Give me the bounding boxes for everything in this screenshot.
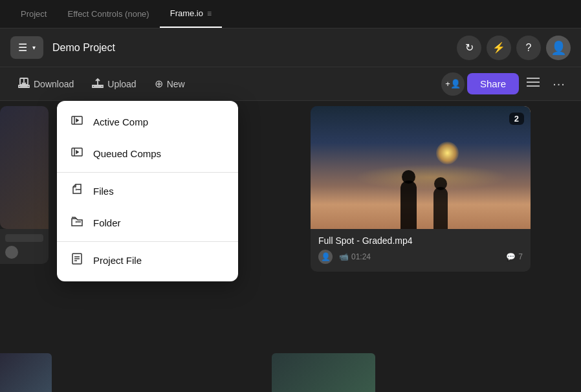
download-button[interactable]: Download	[10, 73, 82, 95]
partial-card-left	[0, 106, 49, 264]
lightning-icon: ⚡	[492, 41, 505, 54]
tab-bar: Project Effect Controls (none) Frame.io …	[0, 0, 581, 28]
new-icon: ⊕	[155, 78, 163, 90]
card-duration: 📹 01:24	[339, 252, 371, 261]
download-icon	[18, 77, 30, 91]
active-comp-label: Active Comp	[93, 116, 148, 127]
header-actions: ↻ ⚡ ? 👤	[457, 36, 571, 60]
download-label: Download	[34, 79, 74, 89]
add-person-button[interactable]: +👤	[441, 72, 465, 96]
help-icon: ?	[526, 42, 532, 54]
new-dropdown-menu: Active Comp Queued Comps	[57, 101, 238, 281]
avatar-button[interactable]: 👤	[546, 36, 571, 60]
queued-comps-label: Queued Comps	[93, 148, 161, 159]
card-badge: 2	[509, 113, 524, 125]
dropdown-divider-2	[57, 241, 238, 242]
comment-icon: 💬	[506, 252, 516, 261]
refresh-icon: ↻	[465, 41, 474, 54]
dropdown-divider-1	[57, 172, 238, 173]
tab-effect-controls[interactable]: Effect Controls (none)	[57, 0, 159, 28]
chevron-down-icon: ▾	[32, 44, 36, 51]
new-button[interactable]: ⊕ New	[147, 74, 193, 94]
header: ☰ ▾ Demo Project ↻ ⚡ ? 👤	[0, 28, 581, 67]
dropdown-item-folder[interactable]: Folder	[57, 207, 238, 239]
active-comp-icon	[70, 114, 84, 130]
card-comments: 💬 7	[506, 252, 523, 261]
tab-frameio[interactable]: Frame.io ≡	[160, 0, 222, 28]
upload-icon	[92, 77, 104, 91]
project-stack-icon: ☰	[18, 41, 27, 54]
more-icon: ···	[553, 76, 565, 91]
new-label: New	[167, 79, 185, 89]
add-person-icon: +👤	[445, 79, 461, 89]
queued-comps-icon	[70, 146, 84, 162]
project-dropdown-button[interactable]: ☰ ▾	[10, 36, 43, 59]
video-icon: 📹	[339, 252, 349, 261]
share-label: Share	[480, 78, 506, 89]
tab-project[interactable]: Project	[10, 0, 57, 28]
bottom-card-left[interactable]	[0, 353, 52, 392]
user-avatar-icon: 👤	[551, 40, 567, 56]
media-card-full-spot[interactable]: 2 Full Spot - Graded.mp4 👤 📹 01:24 💬 7	[311, 106, 531, 272]
share-button[interactable]: Share	[467, 73, 519, 94]
bottom-card-right[interactable]	[272, 353, 375, 392]
list-view-button[interactable]	[521, 72, 545, 96]
card-meta: 👤 📹 01:24 💬 7	[318, 250, 523, 264]
card-avatar: 👤	[318, 250, 333, 264]
project-file-icon	[70, 252, 84, 268]
refresh-button[interactable]: ↻	[457, 36, 481, 60]
dropdown-item-queued-comps[interactable]: Queued Comps	[57, 138, 238, 169]
upload-label: Upload	[107, 79, 136, 89]
upload-button[interactable]: Upload	[84, 73, 144, 95]
more-options-button[interactable]: ···	[547, 72, 571, 96]
files-icon	[70, 183, 84, 199]
dropdown-item-project-file[interactable]: Project File	[57, 245, 238, 276]
card-title: Full Spot - Graded.mp4	[318, 235, 523, 246]
main-content: Active Comp Queued Comps	[0, 101, 581, 392]
list-icon	[527, 77, 540, 91]
help-button[interactable]: ?	[516, 36, 541, 60]
files-label: Files	[93, 186, 114, 197]
dropdown-item-files[interactable]: Files	[57, 175, 238, 207]
card-avatar-icon: 👤	[321, 252, 331, 261]
tab-menu-icon: ≡	[207, 9, 212, 18]
folder-icon	[70, 215, 84, 231]
dropdown-item-active-comp[interactable]: Active Comp	[57, 106, 238, 138]
lightning-button[interactable]: ⚡	[487, 36, 511, 60]
folder-label: Folder	[93, 217, 121, 228]
project-title: Demo Project	[52, 42, 457, 54]
project-file-label: Project File	[93, 255, 142, 266]
toolbar: Download Upload ⊕ New +👤 Share ···	[0, 67, 581, 101]
